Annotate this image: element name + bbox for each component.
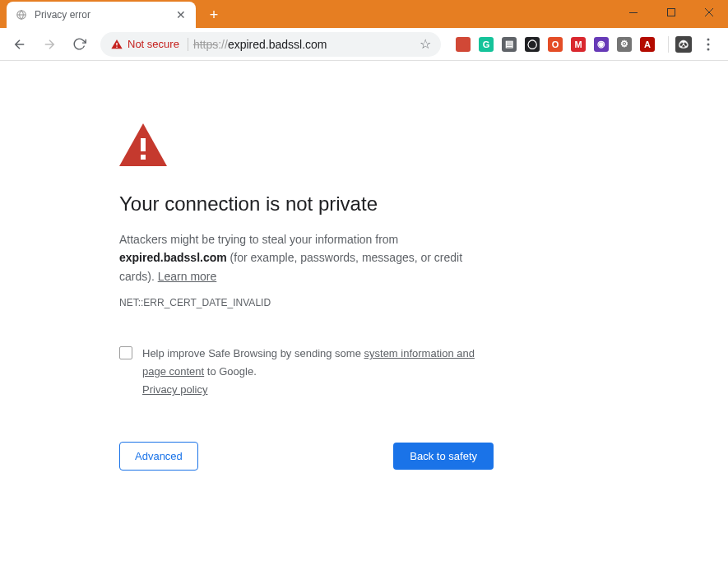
ext-circle-icon[interactable]: ◯ [522, 34, 543, 55]
toolbar: Not secure https://expired.badssl.com ☆ … [0, 28, 728, 61]
optin-checkbox[interactable] [119, 346, 132, 359]
globe-icon [15, 8, 28, 21]
ext-adobe-icon[interactable]: A [637, 34, 658, 55]
ext-mega-icon[interactable]: M [568, 34, 589, 55]
svg-point-6 [707, 43, 710, 45]
advanced-button[interactable]: Advanced [119, 442, 198, 471]
ext-gear-icon[interactable]: ⚙ [614, 34, 635, 55]
bookmark-star-icon[interactable]: ☆ [420, 36, 431, 52]
browser-tab[interactable]: Privacy error ✕ [7, 2, 196, 28]
svg-rect-3 [116, 43, 117, 45]
ext-purple-dot-icon[interactable]: ◉ [591, 34, 612, 55]
svg-rect-2 [668, 9, 675, 16]
security-chip[interactable]: Not secure [110, 38, 188, 51]
svg-rect-8 [141, 138, 146, 151]
ext-page-icon[interactable]: ▤ [498, 34, 520, 55]
url-text: https://expired.badssl.com [193, 38, 415, 51]
close-window-button[interactable] [690, 0, 728, 25]
divider [668, 36, 669, 53]
titlebar: Privacy error ✕ + [0, 0, 728, 28]
minimize-button[interactable] [614, 0, 652, 25]
address-bar[interactable]: Not secure https://expired.badssl.com ☆ [100, 32, 441, 57]
new-tab-button[interactable]: + [202, 3, 225, 26]
ext-red-square-icon[interactable] [452, 34, 474, 55]
page-content: Your connection is not private Attackers… [0, 61, 728, 561]
warning-triangle-icon [119, 123, 494, 169]
tab-title: Privacy error [35, 9, 168, 21]
forward-button[interactable] [36, 31, 63, 58]
privacy-policy-link[interactable]: Privacy policy [142, 383, 207, 396]
back-button[interactable] [7, 31, 33, 58]
kebab-menu-icon[interactable] [695, 31, 721, 58]
error-body: Attackers might be trying to steal your … [119, 230, 494, 285]
svg-rect-1 [629, 12, 638, 13]
svg-rect-9 [141, 155, 146, 160]
extensions-area: G▤◯OM◉⚙A [449, 34, 661, 55]
profile-avatar-icon[interactable]: 🐼 [675, 36, 692, 53]
svg-point-7 [707, 48, 710, 50]
safe-browsing-optin: Help improve Safe Browsing by sending so… [119, 345, 494, 399]
error-code: NET::ERR_CERT_DATE_INVALID [119, 297, 494, 308]
learn-more-link[interactable]: Learn more [158, 270, 217, 283]
close-tab-icon[interactable]: ✕ [174, 8, 188, 21]
security-label: Not secure [128, 38, 179, 50]
ext-grammarly-icon[interactable]: G [475, 34, 497, 55]
error-heading: Your connection is not private [119, 192, 494, 216]
back-to-safety-button[interactable]: Back to safety [393, 443, 494, 470]
reload-button[interactable] [66, 31, 92, 58]
ext-opera-icon[interactable]: O [545, 34, 566, 55]
svg-rect-4 [116, 46, 117, 47]
maximize-button[interactable] [652, 0, 690, 25]
svg-point-5 [707, 38, 710, 40]
warning-triangle-icon [110, 38, 123, 51]
